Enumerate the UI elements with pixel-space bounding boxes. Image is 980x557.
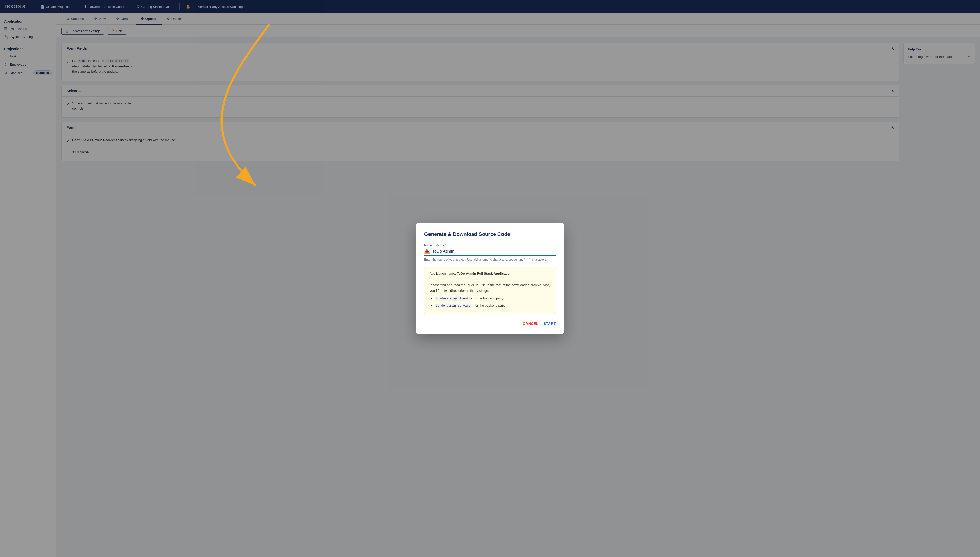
project-name-input[interactable]: [432, 249, 556, 254]
required-star: *: [444, 243, 447, 247]
cancel-button[interactable]: CANCEL: [523, 322, 539, 326]
dialog-actions: CANCEL START: [424, 322, 556, 326]
project-name-label: Project Name *: [424, 243, 556, 247]
service-package-desc: - for the backend part;: [472, 303, 505, 307]
dialog-info-box: Application name: ToDo Admin Full Stack …: [424, 267, 556, 314]
readme-text: Please find and read the README file in …: [430, 282, 550, 293]
dialog: Generate & Download Source Code Project …: [416, 223, 564, 334]
start-button[interactable]: START: [544, 322, 556, 326]
project-icon: 📥: [424, 249, 430, 254]
project-name-input-row: 📥: [424, 249, 556, 256]
modal-overlay: Generate & Download Source Code Project …: [0, 0, 980, 557]
app-name-prefix: Application name:: [430, 272, 457, 275]
app-name-value: ToDo Admin Full Stack Application: [457, 272, 512, 275]
dialog-title: Generate & Download Source Code: [424, 231, 556, 237]
package-list: to-do-admin-client - for the frontend pa…: [430, 296, 550, 309]
package-item-service: to-do-admin-service - for the backend pa…: [434, 303, 550, 308]
package-item-client: to-do-admin-client - for the frontend pa…: [434, 296, 550, 301]
app-name-line: Application name: ToDo Admin Full Stack …: [430, 271, 550, 277]
service-package-mono: to-do-admin-service: [434, 304, 472, 308]
project-name-hint: Enter the name of your project. Use alph…: [424, 258, 556, 261]
client-package-mono: to-do-admin-client: [434, 296, 470, 301]
client-package-desc: - for the frontend part;: [470, 296, 503, 300]
